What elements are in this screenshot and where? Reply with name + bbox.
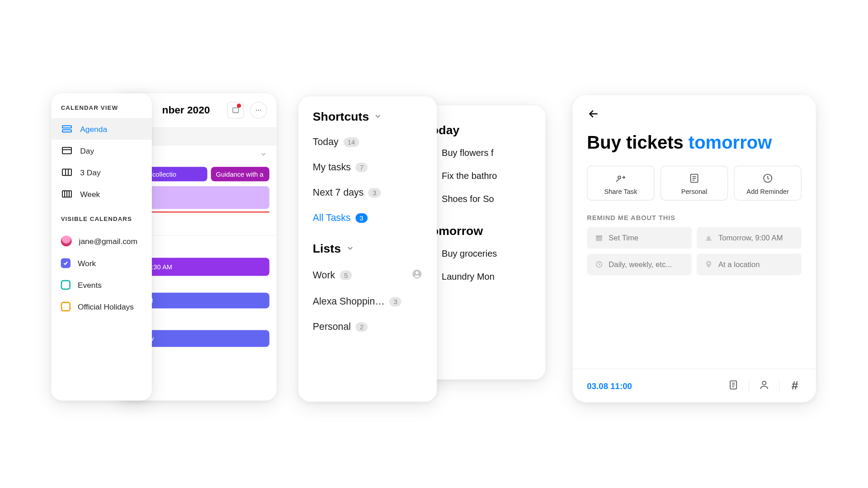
share-task-button[interactable]: Share Task [587, 165, 654, 200]
agenda-icon [61, 124, 73, 134]
back-button[interactable] [572, 95, 816, 123]
calendar-icon [594, 233, 604, 242]
chip-set-time[interactable]: Set Time [587, 227, 692, 249]
count-badge: 3 [368, 188, 381, 197]
shortcut-next7[interactable]: Next 7 days3 [298, 180, 437, 206]
view-option-3day[interactable]: 3 Day [51, 161, 152, 183]
chip-repeat[interactable]: Daily, weekly, etc... [587, 253, 692, 275]
share-icon [590, 172, 651, 184]
tasks-sidebar-card: Shortcuts Today14 My tasks7 Next 7 days3… [298, 96, 437, 402]
svg-point-27 [708, 262, 710, 264]
count-badge: 2 [356, 322, 368, 332]
svg-rect-0 [233, 108, 238, 113]
choose-list-button[interactable]: Personal [660, 165, 728, 200]
task-detail-card: Buy tickets tomorrow Share Task Personal… [572, 95, 816, 403]
repeat-icon [594, 259, 604, 269]
shortcuts-header[interactable]: Shortcuts [298, 96, 437, 129]
count-badge: 3 [389, 297, 401, 306]
task-footer: 03.08 11:00 # [572, 369, 816, 403]
more-button[interactable] [250, 102, 267, 118]
list-icon [664, 172, 725, 184]
svg-rect-8 [62, 169, 71, 175]
shortcut-today[interactable]: Today14 [298, 130, 437, 155]
svg-point-1 [256, 110, 257, 111]
svg-point-3 [260, 110, 261, 111]
svg-rect-4 [62, 126, 71, 128]
notes-button[interactable] [727, 379, 740, 392]
calendar-toggle-holidays[interactable]: Official Holidays [51, 296, 152, 318]
shortcut-alltasks[interactable]: All Tasks3 [298, 206, 437, 231]
clock-icon [737, 172, 798, 184]
count-badge: 3 [355, 213, 368, 223]
svg-point-2 [258, 110, 259, 111]
count-badge: 14 [343, 137, 359, 147]
svg-rect-5 [62, 130, 71, 132]
chip-tomorrow[interactable]: Tomorrow, 9:00 AM [697, 227, 802, 249]
list-work[interactable]: Work5 [298, 262, 437, 289]
calendar-toggle-work[interactable]: Work [51, 253, 152, 274]
remind-section-label: REMIND ME ABOUT THIS [572, 214, 816, 227]
sun-icon [704, 233, 713, 242]
view-option-day[interactable]: Day [51, 140, 152, 161]
shared-person-icon [411, 269, 422, 282]
count-badge: 7 [356, 163, 368, 172]
add-reminder-button[interactable]: Add Reminder [734, 165, 802, 200]
avatar-icon [61, 235, 72, 246]
count-badge: 5 [340, 271, 352, 280]
sidebar-section-calendars: VISIBLE CALENDARS [51, 205, 152, 230]
checkbox-unchecked-icon [61, 302, 71, 311]
svg-rect-24 [596, 235, 602, 237]
notification-dot-icon [237, 103, 241, 108]
chevron-down-icon [346, 242, 354, 256]
svg-point-17 [618, 176, 621, 178]
list-personal[interactable]: Personal2 [298, 314, 437, 340]
footer-datetime[interactable]: 03.08 11:00 [587, 381, 632, 390]
sidebar-section-view: CALENDAR VIEW [51, 94, 152, 118]
day-icon [61, 146, 73, 155]
lists-header[interactable]: Lists [298, 231, 437, 262]
event-pill-guidance[interactable]: Guidance with a [211, 167, 269, 181]
calendar-account-jane[interactable]: jane@gmail.com [51, 230, 152, 253]
chip-location[interactable]: At a location [697, 253, 802, 275]
task-title[interactable]: Buy tickets tomorrow [572, 123, 816, 165]
location-icon [704, 259, 713, 269]
checkbox-unchecked-icon [61, 280, 71, 290]
three-day-icon [61, 168, 73, 177]
calendar-toggle-events[interactable]: Events [51, 274, 152, 296]
assign-button[interactable] [758, 379, 771, 392]
chevron-down-icon [260, 150, 267, 160]
svg-point-16 [415, 272, 418, 274]
inbox-button[interactable] [227, 102, 244, 118]
shortcut-mytasks[interactable]: My tasks7 [298, 155, 437, 180]
tags-button[interactable]: # [788, 379, 802, 393]
svg-point-25 [707, 236, 711, 239]
view-option-agenda[interactable]: Agenda [51, 118, 152, 140]
calendar-sidebar-card: CALENDAR VIEW Agenda Day 3 Day Week VISI… [51, 94, 152, 401]
week-icon [61, 189, 73, 199]
list-alexa[interactable]: Alexa Shoppin…3 [298, 289, 437, 314]
svg-point-32 [762, 381, 766, 385]
chevron-down-icon [374, 110, 382, 124]
svg-rect-6 [62, 147, 71, 154]
checkbox-checked-icon [61, 258, 71, 268]
view-option-week[interactable]: Week [51, 183, 152, 205]
